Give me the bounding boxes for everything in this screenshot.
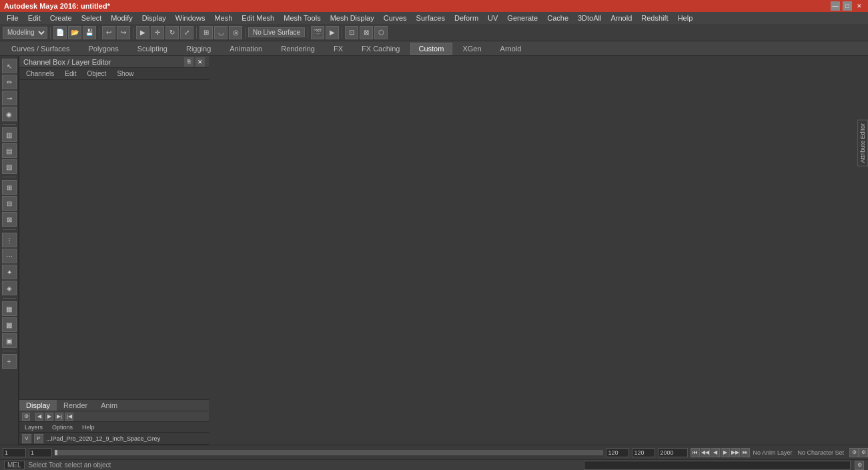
goto-start-button[interactable]: ⏮ (691, 448, 700, 457)
menu-item-curves[interactable]: Curves (380, 13, 411, 23)
end-frame-input[interactable] (606, 448, 629, 457)
rotate-tool-button[interactable]: ↻ (165, 26, 179, 39)
render2-button[interactable]: ▩ (2, 317, 17, 332)
cb-tab-edit[interactable]: Edit (61, 69, 80, 78)
menu-item-uv[interactable]: UV (484, 13, 502, 23)
component-v-button[interactable]: ▥ (2, 127, 17, 142)
step-forward-button[interactable]: ▶▶ (731, 448, 740, 457)
minimize-button[interactable]: — (831, 1, 840, 11)
menu-item-surfaces[interactable]: Surfaces (412, 13, 449, 23)
mode-select[interactable]: Modeling (3, 27, 47, 39)
tab-polygons[interactable]: Polygons (79, 43, 127, 55)
tab-fx[interactable]: FX (325, 43, 352, 55)
menu-item-create[interactable]: Create (46, 13, 76, 23)
start-frame-input[interactable] (29, 448, 52, 457)
layout-button[interactable]: ⊞ (2, 180, 17, 195)
anim-settings-button[interactable]: ⚙ (849, 448, 859, 457)
step-back-button[interactable]: ◀◀ (701, 448, 710, 457)
help-tab[interactable]: Help (79, 423, 97, 431)
char-settings-button[interactable]: ⚙ (859, 448, 868, 457)
layout3-button[interactable]: ⊠ (2, 212, 17, 227)
layer-nav-next[interactable]: ▶ (45, 413, 53, 421)
undo-button[interactable]: ↩ (102, 26, 115, 39)
menu-item-cache[interactable]: Cache (543, 13, 572, 23)
command-input[interactable] (584, 461, 851, 470)
new-file-button[interactable]: 📄 (53, 26, 67, 39)
tab-arnold[interactable]: Arnold (492, 43, 530, 55)
component-e-button[interactable]: ▤ (2, 143, 17, 158)
menu-item-generate[interactable]: Generate (503, 13, 542, 23)
options-tab[interactable]: Options (49, 423, 75, 431)
save-file-button[interactable]: 💾 (83, 26, 96, 39)
cb-bottom-tab-anim[interactable]: Anim (94, 400, 124, 411)
menu-item-mesh-display[interactable]: Mesh Display (326, 13, 378, 23)
layer-nav-jump[interactable]: |◀ (65, 413, 73, 421)
range-end-input[interactable] (632, 448, 655, 457)
tab-sculpting[interactable]: Sculpting (129, 43, 176, 55)
layer-name[interactable]: ...iPad_Pro_2020_12_9_inch_Space_Grey (46, 435, 206, 442)
cb-close-button[interactable]: ✕ (195, 57, 205, 67)
move-tool-button[interactable]: ✛ (151, 26, 164, 39)
menu-item-edit-mesh[interactable]: Edit Mesh (238, 13, 278, 23)
menu-item-3dtoall[interactable]: 3DtoAll (574, 13, 605, 23)
maximize-button[interactable]: □ (843, 1, 852, 11)
extra-button[interactable]: + (2, 354, 17, 369)
tab-xgen[interactable]: XGen (454, 43, 490, 55)
menu-item-edit[interactable]: Edit (24, 13, 45, 23)
sym-button[interactable]: ⬡ (374, 26, 388, 39)
layer-playback-button[interactable]: P (34, 434, 43, 443)
snap-grid-button[interactable]: ⊞ (199, 26, 213, 39)
scale-tool-button[interactable]: ⤢ (180, 26, 193, 39)
menu-item-deform[interactable]: Deform (450, 13, 482, 23)
render-button[interactable]: 🎬 (311, 26, 324, 39)
snap-point-button[interactable]: ◎ (229, 26, 242, 39)
goto-end-button[interactable]: ⏭ (741, 448, 750, 457)
lasso-button[interactable]: ⊸ (2, 91, 17, 105)
soft-select-button[interactable]: ◉ (2, 107, 17, 121)
timeline-slider-handle[interactable] (55, 450, 57, 455)
tab-fx-caching[interactable]: FX Caching (353, 43, 408, 55)
menu-item-windows[interactable]: Windows (171, 13, 209, 23)
render1-button[interactable]: ▦ (2, 301, 17, 316)
current-frame-input[interactable] (3, 448, 26, 457)
menu-item-arnold[interactable]: Arnold (606, 13, 636, 23)
redo-button[interactable]: ↪ (117, 26, 130, 39)
tab-custom[interactable]: Custom (410, 43, 453, 55)
xform-button[interactable]: ⊠ (360, 26, 373, 39)
menu-item-mesh[interactable]: Mesh (210, 13, 236, 23)
status-settings-button[interactable]: ⚙ (855, 461, 864, 470)
component-f-button[interactable]: ▧ (2, 159, 17, 174)
menu-item-mesh-tools[interactable]: Mesh Tools (280, 13, 324, 23)
close-button[interactable]: ✕ (855, 1, 864, 11)
tab-curves---surfaces[interactable]: Curves / Surfaces (3, 43, 78, 55)
cb-float-button[interactable]: ⎘ (184, 57, 193, 67)
select-tool-button[interactable]: ▶ (136, 26, 149, 39)
cb-bottom-tab-render[interactable]: Render (57, 400, 94, 411)
play-forward-button[interactable]: ▶ (721, 448, 730, 457)
misc4-button[interactable]: ◈ (2, 281, 17, 295)
tab-animation[interactable]: Animation (221, 43, 271, 55)
script-mode-label[interactable]: MEL (4, 461, 25, 469)
mel-input[interactable] (584, 461, 851, 470)
layers-opts-button[interactable]: ⚙ (22, 413, 30, 421)
misc3-button[interactable]: ✦ (2, 265, 17, 279)
timeline-slider[interactable] (55, 450, 603, 455)
select-mode-button[interactable]: ↖ (2, 59, 17, 73)
menu-item-modify[interactable]: Modify (107, 13, 136, 23)
open-file-button[interactable]: 📂 (68, 26, 81, 39)
cb-bottom-tab-display[interactable]: Display (19, 400, 57, 411)
menu-item-select[interactable]: Select (77, 13, 106, 23)
play-back-button[interactable]: ◀ (711, 448, 720, 457)
playblast-button[interactable]: ▶ (326, 26, 339, 39)
attribute-editor-tab[interactable]: Attribute Editor (857, 120, 868, 167)
fps-input[interactable] (658, 448, 688, 457)
tab-rendering[interactable]: Rendering (272, 43, 324, 55)
misc1-button[interactable]: ⋮ (2, 233, 17, 247)
layer-nav-prev[interactable]: ◀ (35, 413, 43, 421)
tab-rigging[interactable]: Rigging (177, 43, 220, 55)
menu-item-help[interactable]: Help (674, 13, 697, 23)
snap-curve-button[interactable]: ◡ (214, 26, 228, 39)
cb-tab-channels[interactable]: Channels (22, 69, 58, 78)
cb-tab-show[interactable]: Show (113, 69, 137, 78)
misc2-button[interactable]: ⋯ (2, 249, 17, 263)
